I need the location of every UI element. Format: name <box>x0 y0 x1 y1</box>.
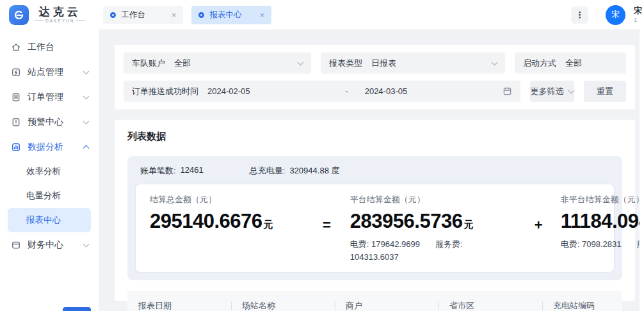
close-icon[interactable]: × <box>260 11 265 19</box>
tab-label: 工作台 <box>121 10 145 20</box>
app-window: 达克云 DAKEYUN 工作台 × 报表中心 × ⋮ 宋 宋 1 <box>0 0 644 311</box>
chevron-down-icon <box>83 68 90 74</box>
sidebar-subitem-energy-analysis[interactable]: 电量分析 <box>0 184 99 208</box>
chevron-down-icon <box>492 60 498 66</box>
sidebar-subitem-efficiency-analysis[interactable]: 效率分析 <box>0 159 99 184</box>
table-header-row: 报表日期 场站名称 商户 省市区 充电站编码 <box>127 291 622 311</box>
sidebar-item-alert-center[interactable]: 预警中心 <box>0 109 99 134</box>
tab-report-center[interactable]: 报表中心 × <box>191 6 271 24</box>
tab-bar: 工作台 × 报表中心 × <box>103 6 271 24</box>
chevron-down-icon <box>298 60 304 66</box>
non-platform-settlement-amount: 11184.094元 <box>561 211 644 232</box>
order-icon <box>11 92 21 102</box>
fleet-account-select[interactable]: 车队账户 全部 <box>124 52 311 74</box>
column-header-station-name: 场站名称 <box>231 300 335 311</box>
brand-icon <box>9 5 29 25</box>
non-platform-fees: 电费: 7098.2831服务费: 4085.8109 <box>561 238 644 251</box>
total-settlement-amount: 295140.6676元 <box>150 211 311 232</box>
sidebar: 工作台 站点管理 订单管理 预警中心 <box>0 29 99 311</box>
tab-workbench[interactable]: 工作台 × <box>103 6 183 24</box>
bill-count-stat: 账单笔数: 12461 <box>140 165 204 177</box>
sidebar-subitem-report-center[interactable]: 报表中心 <box>8 208 91 232</box>
summary-area: 账单笔数: 12461 总充电量: 320944.88 度 结算总金额（元） 2… <box>127 156 622 280</box>
chevron-down-icon <box>83 118 90 124</box>
date-start-value[interactable]: 2024-02-05 <box>207 86 345 96</box>
platform-settlement-amount: 283956.5736元 <box>350 211 518 232</box>
date-range-separator: - <box>345 86 348 96</box>
plus-sign: + <box>535 217 543 234</box>
kebab-menu-icon[interactable]: ⋮ <box>571 6 588 24</box>
bottom-blue-fragment <box>63 307 91 311</box>
date-end-value[interactable]: 2024-03-05 <box>365 86 503 96</box>
platform-fees: 电费: 179642.9699服务费: 104313.6037 <box>350 238 501 264</box>
reset-button[interactable]: 重置 <box>584 81 626 102</box>
section-title: 列表数据 <box>127 131 622 143</box>
filter-panel: 车队账户 全部 报表类型 日报表 启动方式 全部 <box>115 45 635 109</box>
sidebar-item-finance-center[interactable]: 财务中心 <box>0 232 99 257</box>
sidebar-item-station-mgmt[interactable]: 站点管理 <box>0 60 99 84</box>
avatar[interactable]: 宋 <box>606 5 625 25</box>
column-header-region: 省市区 <box>439 300 542 311</box>
alert-icon <box>11 117 21 127</box>
equals-sign: = <box>323 217 331 234</box>
station-icon <box>11 67 21 77</box>
start-mode-select[interactable]: 启动方式 全部 <box>515 52 626 74</box>
chevron-up-icon <box>83 145 90 152</box>
user-name: 宋 <box>634 6 644 16</box>
data-analysis-icon <box>11 142 21 152</box>
sidebar-item-data-analysis[interactable]: 数据分析 <box>0 134 99 159</box>
settlement-summary-card: 结算总金额（元） 295140.6676元 = 平台结算金额（元） 283956… <box>135 184 615 273</box>
chevron-down-icon <box>83 93 90 99</box>
workbench-icon <box>11 42 21 52</box>
report-type-select[interactable]: 报表类型 日报表 <box>321 52 505 74</box>
brand-subtitle: DAKEYUN <box>35 19 85 23</box>
user-info: 宋 1 <box>634 6 644 24</box>
total-settlement-column: 结算总金额（元） 295140.6676元 <box>150 194 311 232</box>
brand-logo: 达克云 DAKEYUN <box>9 5 85 25</box>
top-header: 达克云 DAKEYUN 工作台 × 报表中心 × ⋮ 宋 宋 1 <box>0 0 644 29</box>
chevron-down-icon <box>83 241 90 247</box>
total-charge-stat: 总充电量: 320944.88 度 <box>250 165 340 177</box>
order-push-time-range-picker[interactable]: 订单推送成功时间 2024-02-05 - 2024-03-05 <box>124 81 520 102</box>
calendar-icon <box>503 86 512 96</box>
brand-name: 达克云 <box>39 6 81 19</box>
non-platform-settlement-column: 非平台结算金额（元） 11184.094元 电费: 7098.2831服务费: … <box>561 194 644 251</box>
column-header-report-date: 报表日期 <box>127 300 231 311</box>
column-header-station-code: 充电站编码 <box>542 300 622 311</box>
list-panel: 列表数据 账单笔数: 12461 总充电量: 320944.88 度 <box>115 120 635 301</box>
platform-settlement-column: 平台结算金额（元） 283956.5736元 电费: 179642.9699服务… <box>350 194 518 264</box>
sidebar-item-order-mgmt[interactable]: 订单管理 <box>0 84 99 109</box>
finance-icon <box>11 240 21 250</box>
chevron-down-icon <box>568 88 575 94</box>
tab-label: 报表中心 <box>209 10 241 20</box>
column-header-merchant: 商户 <box>335 300 439 311</box>
main-content: 车队账户 全部 报表类型 日报表 启动方式 全部 <box>99 29 644 311</box>
more-filters-button[interactable]: 更多筛选 <box>530 81 574 102</box>
sidebar-item-workbench[interactable]: 工作台 <box>0 35 99 60</box>
tab-dot-icon <box>110 12 116 18</box>
close-icon[interactable]: × <box>172 11 177 19</box>
user-subtitle: 1 <box>634 16 644 24</box>
header-actions: ⋮ 宋 宋 1 <box>571 5 644 25</box>
tab-dot-icon <box>198 12 204 18</box>
header-divider <box>597 8 597 22</box>
scrollbar-track[interactable] <box>640 29 644 311</box>
